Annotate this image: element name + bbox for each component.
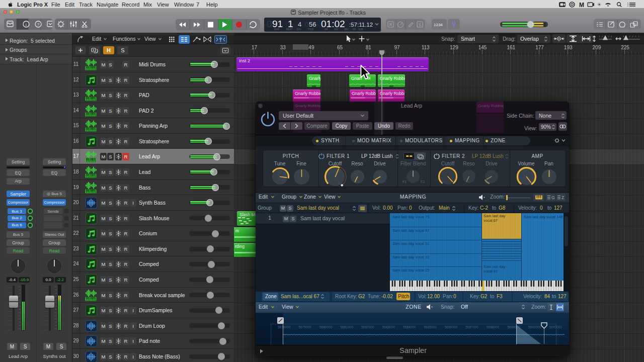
svg-text:?: ?	[37, 22, 40, 27]
svg-text:S: S	[419, 22, 422, 27]
svg-text:M: M	[579, 2, 584, 8]
svg-text:G: G	[551, 195, 555, 200]
svg-text:Z: Z	[561, 195, 564, 200]
svg-text:i: i	[26, 22, 27, 27]
